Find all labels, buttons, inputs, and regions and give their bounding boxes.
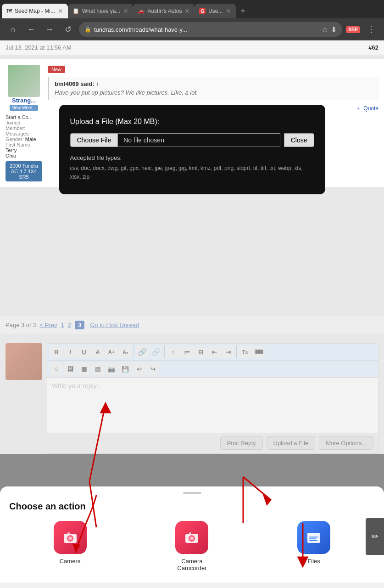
abp-badge[interactable]: ABP (346, 26, 360, 33)
accepted-types-title: Accepted file types: (70, 154, 314, 161)
action-files[interactable]: Files (297, 521, 330, 571)
file-name-display: No file chosen (118, 133, 280, 147)
svg-rect-7 (189, 532, 191, 534)
url-bar: ⌂ ← → ↺ 🔒 ☆ ⬇ ABP ⋮ (0, 18, 384, 40)
camcorder-icon (175, 521, 208, 554)
post-date: Jul 13, 2021 at 11:56 AM (6, 44, 72, 51)
camera-label: Camera (60, 558, 81, 565)
bottom-sheet-overlay: Choose an action Camera (0, 454, 384, 582)
modal-title: Upload a File (Max 20 MB): (70, 118, 314, 126)
tab-3-label: Austin's Autos (147, 8, 182, 14)
svg-rect-11 (309, 538, 316, 539)
tab-3-close[interactable]: ✕ (184, 7, 190, 15)
svg-rect-12 (309, 540, 317, 541)
bottom-sheet-title: Choose an action (0, 501, 384, 512)
tab-4-label: Use... (208, 8, 223, 14)
action-camera[interactable]: Camera (54, 521, 87, 571)
bottom-sheet-actions: Camera Camera Camcorder (0, 521, 384, 571)
download-icon[interactable]: ⬇ (331, 25, 337, 34)
files-label: Files (307, 558, 320, 565)
tab-2[interactable]: 📋 What have ya... ✕ (68, 4, 133, 18)
tab-1-favicon: 🗺 (6, 8, 12, 14)
tab-2-close[interactable]: ✕ (123, 7, 128, 15)
tabs-bar: 🗺 Seed Map - Mi... ✕ 📋 What have ya... ✕… (0, 0, 384, 18)
upload-modal: Upload a File (Max 20 MB): Choose File N… (59, 105, 325, 194)
avatar (8, 65, 40, 97)
camcorder-label: Camera Camcorder (177, 558, 206, 571)
back-button[interactable]: ← (24, 22, 39, 37)
bottom-sheet: Choose an action Camera (0, 486, 384, 582)
camera-icon (54, 521, 87, 554)
edit-pencil-button[interactable]: ✏ (366, 518, 384, 555)
close-modal-button[interactable]: Close (284, 133, 314, 147)
new-badge: New (48, 66, 65, 73)
svg-rect-10 (309, 537, 318, 537)
file-input-row: Choose File No file chosen Close (70, 133, 314, 147)
bottom-sheet-handle (183, 492, 201, 494)
post-header: Jul 13, 2021 at 11:56 AM #62 (0, 40, 384, 55)
refresh-button[interactable]: ↺ (61, 22, 75, 37)
svg-point-2 (68, 537, 72, 540)
page-content: Jul 13, 2021 at 11:56 AM #62 Strang... N… (0, 40, 384, 582)
bookmark-icon[interactable]: ☆ (322, 25, 328, 34)
files-icon (297, 521, 330, 554)
tab-3[interactable]: 🚗 Austin's Autos ✕ (133, 4, 195, 18)
post-number: #62 (368, 44, 378, 51)
tab-2-favicon: 📋 (72, 8, 79, 14)
home-button[interactable]: ⌂ (6, 22, 20, 37)
lock-icon: 🔒 (84, 26, 91, 33)
pencil-icon: ✏ (372, 531, 378, 542)
tab-3-favicon: 🚗 (138, 8, 145, 14)
tab-1[interactable]: 🗺 Seed Map - Mi... ✕ (2, 4, 68, 18)
choose-file-button[interactable]: Choose File (70, 133, 118, 147)
tab-4-close[interactable]: ✕ (226, 7, 231, 15)
tab-1-label: Seed Map - Mi... (15, 8, 55, 14)
quote-text: Have you put up pictures? We like pictur… (55, 89, 373, 96)
action-camcorder[interactable]: Camera Camcorder (175, 521, 208, 571)
tab-2-label: What have ya... (82, 8, 120, 14)
tab-4-favicon: G (199, 8, 206, 14)
tab-1-close[interactable]: ✕ (58, 7, 63, 15)
menu-button[interactable]: ⋮ (364, 22, 378, 37)
quote-author: bmf4069 said: ↑ (55, 80, 373, 87)
url-input[interactable] (94, 26, 319, 33)
svg-point-6 (190, 537, 194, 540)
new-tab-button[interactable]: + (236, 4, 250, 18)
tab-4[interactable]: G Use... ✕ (195, 4, 235, 18)
browser-chrome: 🗺 Seed Map - Mi... ✕ 📋 What have ya... ✕… (0, 0, 384, 40)
forward-button[interactable]: → (42, 22, 57, 37)
svg-rect-3 (67, 532, 70, 534)
accepted-types-list: csv, doc, docx, dwg, gif, gpx, heic, jpe… (70, 164, 314, 181)
